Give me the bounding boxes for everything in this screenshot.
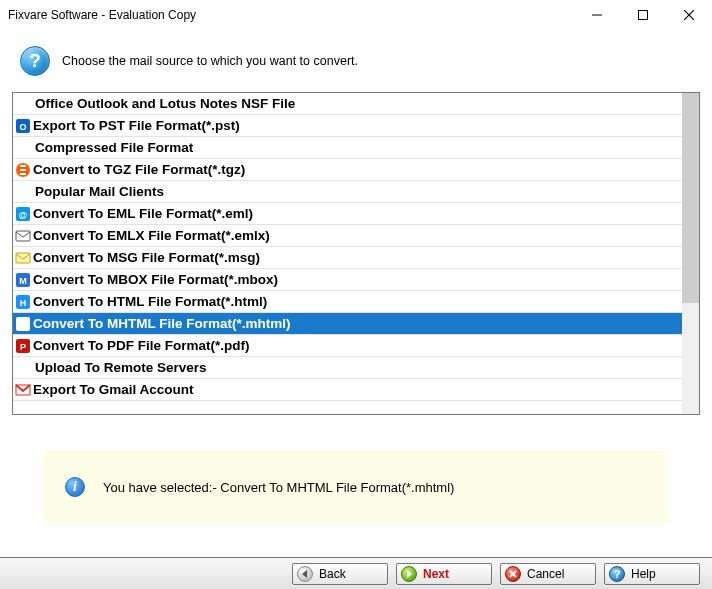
list-item-label: Export To PST File Format(*.pst) [33, 118, 240, 133]
close-icon [684, 10, 694, 20]
list-item-label: Convert To MSG File Format(*.msg) [33, 250, 260, 265]
back-icon [297, 566, 313, 582]
svg-text:O: O [19, 122, 26, 132]
list-header: Popular Mail Clients [13, 181, 682, 203]
list-item-label: Popular Mail Clients [33, 184, 164, 199]
svg-rect-19 [19, 319, 27, 321]
cancel-icon [505, 566, 521, 582]
svg-rect-1 [639, 11, 648, 20]
list-item[interactable]: Convert To MSG File Format(*.msg) [13, 247, 682, 269]
maximize-button[interactable] [620, 0, 666, 30]
back-button[interactable]: Back [292, 563, 388, 585]
scrollbar-thumb[interactable] [682, 93, 699, 303]
mhtml-icon [15, 316, 31, 332]
svg-rect-9 [20, 173, 26, 175]
svg-text:P: P [20, 342, 26, 352]
list-item-label: Convert To MHTML File Format(*.mhtml) [33, 316, 291, 331]
msg-icon [15, 250, 31, 266]
gmail-icon [15, 382, 31, 398]
svg-rect-13 [16, 253, 30, 263]
list-item[interactable]: PConvert To PDF File Format(*.pdf) [13, 335, 682, 357]
selection-status-text: You have selected:- Convert To MHTML Fil… [103, 480, 454, 495]
close-button[interactable] [666, 0, 712, 30]
next-icon [401, 566, 417, 582]
html-icon: H [15, 294, 31, 310]
help-icon: ? [609, 566, 625, 582]
list-item[interactable]: MConvert To MBOX File Format(*.mbox) [13, 269, 682, 291]
help-button[interactable]: ? Help [604, 563, 700, 585]
svg-rect-12 [16, 231, 30, 241]
list-item-label: Export To Gmail Account [33, 382, 194, 397]
back-label: Back [319, 567, 346, 581]
mbox-icon: M [15, 272, 31, 288]
svg-rect-20 [19, 323, 27, 325]
prompt-text: Choose the mail source to which you want… [62, 54, 358, 68]
list-item-label: Convert To MBOX File Format(*.mbox) [33, 272, 278, 287]
list-item[interactable]: Convert To EMLX File Format(*.emlx) [13, 225, 682, 247]
pst-icon: O [15, 118, 31, 134]
format-list-rows: Office Outlook and Lotus Notes NSF FileO… [13, 93, 682, 414]
svg-text:H: H [20, 298, 27, 308]
maximize-icon [638, 10, 648, 20]
prompt-area: ? Choose the mail source to which you wa… [0, 30, 712, 92]
next-label: Next [423, 567, 449, 581]
next-button[interactable]: Next [396, 563, 492, 585]
list-header: Office Outlook and Lotus Notes NSF File [13, 93, 682, 115]
footer-buttons: Back Next Cancel ? Help [0, 557, 712, 589]
minimize-icon [592, 10, 602, 20]
question-icon: ? [20, 46, 50, 76]
window-title: Fixvare Software - Evaluation Copy [8, 8, 574, 22]
blank-icon [15, 184, 31, 200]
blank-icon [15, 96, 31, 112]
window-controls [574, 0, 712, 30]
list-item-label: Convert To PDF File Format(*.pdf) [33, 338, 250, 353]
list-header: Upload To Remote Servers [13, 357, 682, 379]
format-list: Office Outlook and Lotus Notes NSF FileO… [12, 92, 700, 415]
scrollbar[interactable] [682, 93, 699, 414]
svg-rect-21 [19, 327, 24, 329]
list-item-label: Upload To Remote Servers [33, 360, 207, 375]
minimize-button[interactable] [574, 0, 620, 30]
list-item-label: Compressed File Format [33, 140, 193, 155]
list-item[interactable]: OExport To PST File Format(*.pst) [13, 115, 682, 137]
list-item-label: Convert To EMLX File Format(*.emlx) [33, 228, 270, 243]
title-bar: Fixvare Software - Evaluation Copy [0, 0, 712, 30]
svg-text:@: @ [19, 210, 28, 220]
cancel-label: Cancel [527, 567, 564, 581]
list-item-label: Convert To HTML File Format(*.html) [33, 294, 267, 309]
list-item[interactable]: @Convert To EML File Format(*.eml) [13, 203, 682, 225]
svg-rect-7 [20, 165, 26, 167]
cancel-button[interactable]: Cancel [500, 563, 596, 585]
svg-text:M: M [19, 276, 27, 286]
info-icon: i [65, 477, 85, 497]
list-header: Compressed File Format [13, 137, 682, 159]
eml-icon: @ [15, 206, 31, 222]
tgz-icon [15, 162, 31, 178]
blank-icon [15, 140, 31, 156]
list-item-label: Convert to TGZ File Format(*.tgz) [33, 162, 245, 177]
list-item[interactable]: Convert to TGZ File Format(*.tgz) [13, 159, 682, 181]
list-item[interactable]: HConvert To HTML File Format(*.html) [13, 291, 682, 313]
svg-rect-8 [20, 169, 26, 171]
list-item-label: Convert To EML File Format(*.eml) [33, 206, 253, 221]
list-item[interactable]: Convert To MHTML File Format(*.mhtml) [13, 313, 682, 335]
help-label: Help [631, 567, 656, 581]
list-item-label: Office Outlook and Lotus Notes NSF File [33, 96, 295, 111]
pdf-icon: P [15, 338, 31, 354]
blank-icon [15, 360, 31, 376]
emlx-icon [15, 228, 31, 244]
list-item[interactable]: Export To Gmail Account [13, 379, 682, 401]
selection-status-bar: i You have selected:- Convert To MHTML F… [44, 451, 668, 523]
